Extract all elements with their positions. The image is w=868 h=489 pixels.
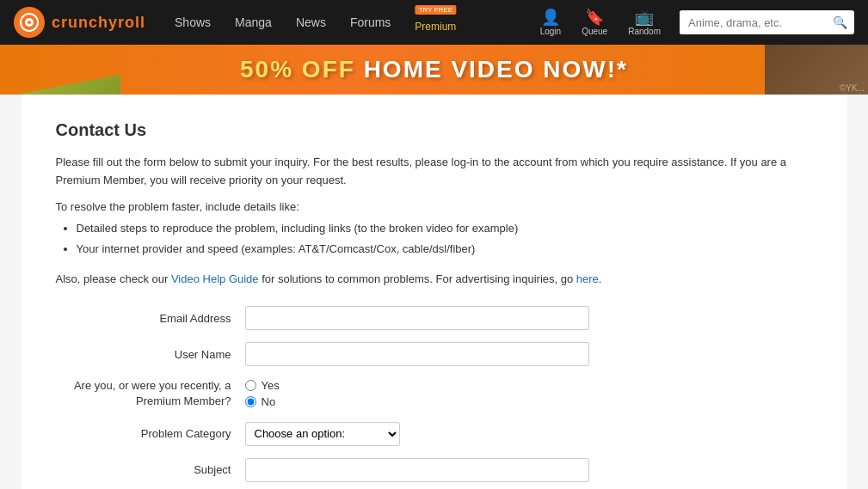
bullet-item-1: Detailed steps to reproduce the problem,… <box>77 220 813 238</box>
intro-text: Please fill out the form below to submit… <box>56 154 813 190</box>
premium-row: Are you, or were you recently, aPremium … <box>56 378 813 409</box>
nav-manga[interactable]: Manga <box>223 0 284 45</box>
navbar: crunchyroll Shows Manga News Forums TRY … <box>0 0 868 45</box>
random-button[interactable]: 📺 Random <box>619 6 669 40</box>
banner-text: 50% OFF HOME VIDEO NOW!* <box>240 56 628 83</box>
premium-label: Are you, or were you recently, aPremium … <box>56 378 245 409</box>
banner-detail: HOME VIDEO NOW!* <box>364 56 628 83</box>
video-help-link[interactable]: Video Help Guide <box>171 272 259 285</box>
login-button[interactable]: 👤 Login <box>532 6 569 40</box>
queue-button[interactable]: 🔖 Queue <box>573 6 616 40</box>
username-label: User Name <box>56 348 245 361</box>
search-button[interactable]: 🔍 <box>826 10 854 34</box>
premium-radio-group: Yes No <box>245 379 280 408</box>
bullet-item-2: Your internet provider and speed (exampl… <box>77 241 813 259</box>
premium-yes-label: Yes <box>262 379 280 392</box>
logo-icon <box>14 7 45 38</box>
premium-no-label: No <box>262 395 276 408</box>
nav-right: 👤 Login 🔖 Queue 📺 Random 🔍 <box>532 6 854 40</box>
category-row: Problem Category Choose an option: <box>56 422 813 446</box>
email-label: Email Address <box>56 312 245 325</box>
also-after: . <box>599 272 602 285</box>
queue-icon: 🔖 <box>585 9 604 25</box>
username-row: User Name <box>56 342 813 366</box>
try-free-badge: TRY FREE <box>416 5 456 15</box>
category-label: Problem Category <box>56 427 245 440</box>
username-input[interactable] <box>245 342 589 366</box>
also-text: Also, please check our Video Help Guide … <box>56 272 813 285</box>
banner-discount: 50% OFF <box>240 56 355 83</box>
banner-character-left <box>17 45 120 95</box>
promo-banner[interactable]: 50% OFF HOME VIDEO NOW!* ©YK... <box>0 45 868 95</box>
nav-links: Shows Manga News Forums TRY FREE Premium <box>163 0 532 45</box>
also-before: Also, please check our <box>56 272 171 285</box>
banner-watermark: ©YK... <box>840 83 865 93</box>
nav-premium[interactable]: TRY FREE Premium <box>403 0 468 45</box>
svg-point-2 <box>28 21 31 24</box>
subject-label: Subject <box>56 463 245 476</box>
subject-input[interactable] <box>245 458 589 482</box>
page-title: Contact Us <box>56 120 813 140</box>
search-input[interactable] <box>680 11 826 34</box>
logo-text: crunchyroll <box>52 14 145 32</box>
search-bar: 🔍 <box>680 10 854 34</box>
logo[interactable]: crunchyroll <box>14 7 145 38</box>
bullet-list: Detailed steps to reproduce the problem,… <box>77 220 813 260</box>
resolve-text: To resolve the problem faster, include d… <box>56 200 813 213</box>
main-content: Contact Us Please fill out the form belo… <box>22 95 847 489</box>
nav-forums[interactable]: Forums <box>338 0 403 45</box>
login-icon: 👤 <box>541 9 560 25</box>
premium-yes-radio[interactable] <box>245 380 256 391</box>
random-icon: 📺 <box>635 9 654 25</box>
nav-shows[interactable]: Shows <box>163 0 223 45</box>
also-middle: for solutions to common problems. For ad… <box>259 272 576 285</box>
here-link[interactable]: here <box>576 272 599 285</box>
email-input[interactable] <box>245 306 589 330</box>
email-row: Email Address <box>56 306 813 330</box>
premium-no-option[interactable]: No <box>245 395 280 408</box>
contact-form: Email Address User Name Are you, or were… <box>56 306 813 489</box>
premium-no-radio[interactable] <box>245 396 256 407</box>
subject-row: Subject <box>56 458 813 482</box>
category-select[interactable]: Choose an option: <box>245 422 400 446</box>
nav-news[interactable]: News <box>284 0 338 45</box>
premium-yes-option[interactable]: Yes <box>245 379 280 392</box>
